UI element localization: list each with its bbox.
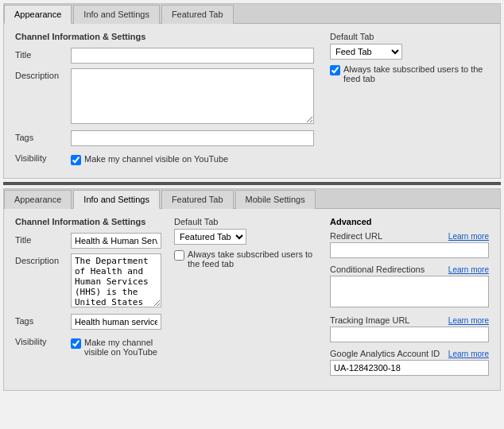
title-input[interactable] [71, 48, 314, 64]
conditional-header: Conditional Redirections Learn more [330, 265, 489, 274]
default-tab-section: Default Tab Feed Tab Featured Tab Videos… [330, 32, 489, 83]
conditional-learn[interactable]: Learn more [448, 265, 489, 274]
p2-title-input[interactable] [71, 233, 161, 249]
tab-info-settings-2[interactable]: Info and Settings [73, 190, 160, 209]
tags-input-wrap [71, 130, 314, 146]
tab-appearance-1[interactable]: Appearance [4, 5, 72, 24]
p2-tags-row: Tags [15, 314, 161, 330]
p2-subscribe-checkbox-label[interactable]: Always take subscribed users to the feed… [174, 249, 317, 269]
description-input-wrap [71, 68, 314, 126]
redirect-url-field: Redirect URL Learn more [330, 231, 489, 258]
panel-divider [3, 182, 501, 185]
p2-title-row: Title [15, 233, 161, 249]
p2-description-row: Description The Department of Health and… [15, 253, 161, 309]
redirect-url-label: Redirect URL [330, 231, 382, 241]
p2-description-input-wrap: The Department of Health and Human Servi… [71, 253, 161, 309]
tab-info-settings-1[interactable]: Info and Settings [73, 5, 160, 24]
tracking-header: Tracking Image URL Learn more [330, 315, 489, 325]
analytics-learn[interactable]: Learn more [448, 350, 489, 358]
panel2-content: Channel Information & Settings Title Des… [4, 209, 500, 390]
p2-tags-input-wrap [71, 314, 161, 330]
tracking-learn[interactable]: Learn more [448, 316, 489, 325]
visibility-checkbox[interactable] [71, 155, 81, 165]
panel1-right: Default Tab Feed Tab Featured Tab Videos… [330, 32, 489, 170]
conditional-field: Conditional Redirections Learn more [330, 265, 489, 309]
analytics-field: Google Analytics Account ID Learn more [330, 349, 489, 376]
p2-title-input-wrap [71, 233, 161, 249]
p2-visibility-wrap: Make my channel visible on YouTube [71, 334, 161, 357]
p2-visibility-label: Visibility [15, 334, 71, 346]
panel1-left: Channel Information & Settings Title Des… [15, 32, 314, 170]
tracking-input[interactable] [330, 327, 489, 342]
panel2-advanced: Advanced Redirect URL Learn more Conditi… [330, 217, 489, 382]
title-input-wrap [71, 48, 314, 64]
panel2-tabs: Appearance Info and Settings Featured Ta… [4, 189, 500, 209]
p2-visibility-checkbox-label[interactable]: Make my channel visible on YouTube [71, 338, 161, 357]
p2-default-tab-label: Default Tab [174, 217, 317, 226]
description-row: Description [15, 68, 314, 126]
panel2-section-title: Channel Information & Settings [15, 217, 161, 226]
p2-subscribe-text: Always take subscribed users to the feed… [188, 249, 317, 269]
title-label: Title [15, 48, 71, 60]
visibility-row: Visibility Make my channel visible on Yo… [15, 151, 314, 165]
default-tab-select-wrap: Feed Tab Featured Tab Videos Tab [330, 44, 489, 60]
subscribe-checkbox-label[interactable]: Always take subscribed users to the feed… [330, 64, 489, 83]
analytics-input[interactable] [330, 360, 489, 376]
panel-2: Appearance Info and Settings Featured Ta… [3, 188, 501, 391]
tab-mobile-2[interactable]: Mobile Settings [235, 190, 316, 209]
tab-appearance-2[interactable]: Appearance [4, 190, 72, 209]
p2-subscribe-checkbox[interactable] [174, 250, 184, 261]
panel-1: Appearance Info and Settings Featured Ta… [3, 3, 501, 179]
tracking-label: Tracking Image URL [330, 315, 409, 325]
tracking-field: Tracking Image URL Learn more [330, 315, 489, 342]
p2-description-label: Description [15, 253, 71, 265]
p2-default-tab-select-wrap: Feed Tab Featured Tab Videos Tab [174, 229, 317, 245]
p2-description-textarea[interactable]: The Department of Health and Human Servi… [71, 253, 161, 307]
p2-title-label: Title [15, 233, 71, 245]
conditional-label: Conditional Redirections [330, 265, 425, 274]
default-tab-select[interactable]: Feed Tab Featured Tab Videos Tab [330, 44, 402, 60]
subscribe-text: Always take subscribed users to the feed… [343, 64, 489, 83]
panel2-left: Channel Information & Settings Title Des… [15, 217, 161, 382]
description-label: Description [15, 68, 71, 80]
advanced-title: Advanced [330, 217, 489, 226]
panel1-content: Channel Information & Settings Title Des… [4, 24, 500, 178]
visibility-label: Visibility [15, 151, 71, 163]
panel1-section-title: Channel Information & Settings [15, 32, 314, 41]
subscribe-checkbox[interactable] [330, 65, 340, 75]
p2-visibility-text: Make my channel visible on YouTube [84, 338, 161, 357]
analytics-label: Google Analytics Account ID [330, 349, 440, 358]
p2-tags-label: Tags [15, 314, 71, 326]
default-tab-label: Default Tab [330, 32, 489, 41]
visibility-text: Make my channel visible on YouTube [84, 154, 228, 164]
panel2-layout: Channel Information & Settings Title Des… [15, 217, 489, 382]
tab-featured-2[interactable]: Featured Tab [161, 190, 234, 209]
panel2-mid: Default Tab Feed Tab Featured Tab Videos… [174, 217, 317, 382]
tab-featured-1[interactable]: Featured Tab [161, 5, 234, 24]
p2-tags-input[interactable] [71, 314, 161, 330]
p2-default-tab-select[interactable]: Feed Tab Featured Tab Videos Tab [174, 229, 246, 245]
tags-input[interactable] [71, 130, 314, 146]
title-row: Title [15, 48, 314, 64]
description-textarea[interactable] [71, 68, 314, 124]
p2-visibility-row: Visibility Make my channel visible on Yo… [15, 334, 161, 357]
visibility-wrap: Make my channel visible on YouTube [71, 151, 314, 165]
panel1-layout: Channel Information & Settings Title Des… [15, 32, 489, 170]
redirect-url-input[interactable] [330, 242, 489, 258]
analytics-header: Google Analytics Account ID Learn more [330, 349, 489, 358]
redirect-url-header: Redirect URL Learn more [330, 231, 489, 241]
conditional-textarea[interactable] [330, 276, 489, 307]
tags-row: Tags [15, 130, 314, 146]
p2-visibility-checkbox[interactable] [71, 338, 81, 349]
tags-label: Tags [15, 130, 71, 142]
redirect-url-learn[interactable]: Learn more [448, 232, 489, 241]
panel1-tabs: Appearance Info and Settings Featured Ta… [4, 4, 500, 24]
visibility-checkbox-label[interactable]: Make my channel visible on YouTube [71, 154, 314, 165]
